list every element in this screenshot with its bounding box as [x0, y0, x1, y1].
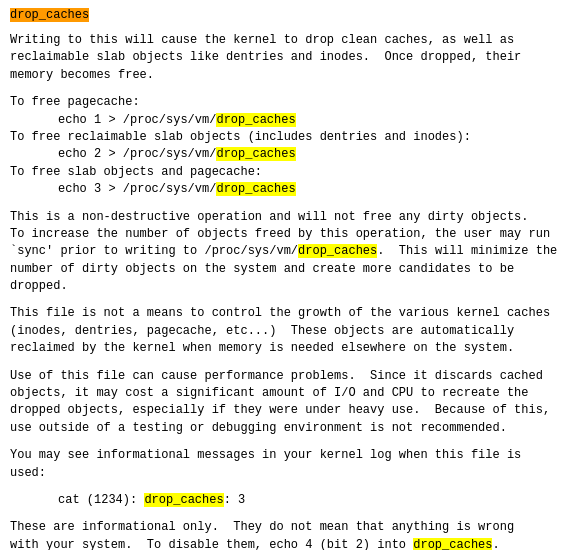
nondestructive-line-1: This is a non-destructive operation and … [10, 209, 565, 226]
highlight-caches-3: drop_caches [216, 182, 295, 196]
highlight-caches-sync: drop_caches [298, 244, 377, 258]
free-pagecache-cmd: echo 1 > /proc/sys/vm/drop_caches [58, 112, 565, 129]
intro-line-1: Writing to this will cause the kernel to… [10, 32, 565, 49]
free-slab-section: To free slab objects and pagecache: echo… [10, 164, 565, 199]
page-title-line: drop_caches [10, 8, 565, 22]
free-reclaimable-section: To free reclaimable slab objects (includ… [10, 129, 565, 164]
nondestructive-line-2: To increase the number of objects freed … [10, 226, 565, 243]
free-slab-cmd: echo 3 > /proc/sys/vm/drop_caches [58, 181, 565, 198]
intro-line-2: reclaimable slab objects like dentries a… [10, 49, 565, 66]
free-reclaimable-label: To free reclaimable slab objects (includ… [10, 129, 565, 146]
performance-line-1: Use of this file can cause performance p… [10, 368, 565, 385]
performance-line-2: objects, it may cost a significant amoun… [10, 385, 565, 402]
intro-line-3: memory becomes free. [10, 67, 565, 84]
nondestructive-paragraph: This is a non-destructive operation and … [10, 209, 565, 296]
not-control-line-3: reclaimed by the kernel when memory is n… [10, 340, 565, 357]
performance-line-4: use outside of a testing or debugging en… [10, 420, 565, 437]
informational-paragraph: You may see informational messages in yo… [10, 447, 565, 482]
not-control-line-2: (inodes, dentries, pagecache, etc...) Th… [10, 323, 565, 340]
performance-line-3: dropped objects, especially if they were… [10, 402, 565, 419]
cat-example: cat (1234): drop_caches: 3 [58, 492, 565, 509]
not-control-paragraph: This file is not a means to control the … [10, 305, 565, 357]
highlight-caches-cat: drop_caches [144, 493, 223, 507]
nondestructive-line-4: number of dirty objects on the system an… [10, 261, 565, 278]
informational-only-line-1: These are informational only. They do no… [10, 519, 565, 536]
intro-paragraph: Writing to this will cause the kernel to… [10, 32, 565, 84]
page-container: drop_caches Writing to this will cause t… [10, 8, 565, 550]
free-pagecache-section: To free pagecache: echo 1 > /proc/sys/vm… [10, 94, 565, 129]
free-slab-label: To free slab objects and pagecache: [10, 164, 565, 181]
informational-only-line-2: with your system. To disable them, echo … [10, 537, 565, 550]
nondestructive-line-5: dropped. [10, 278, 565, 295]
informational-only-paragraph: These are informational only. They do no… [10, 519, 565, 550]
informational-line-1: You may see informational messages in yo… [10, 447, 565, 464]
highlight-caches-last: drop_caches [413, 538, 492, 550]
informational-line-2: used: [10, 465, 565, 482]
nondestructive-line-3: `sync' prior to writing to /proc/sys/vm/… [10, 243, 565, 260]
performance-paragraph: Use of this file can cause performance p… [10, 368, 565, 438]
not-control-line-1: This file is not a means to control the … [10, 305, 565, 322]
free-pagecache-label: To free pagecache: [10, 94, 565, 111]
free-reclaimable-cmd: echo 2 > /proc/sys/vm/drop_caches [58, 146, 565, 163]
highlight-caches-1: drop_caches [216, 113, 295, 127]
page-title: drop_caches [10, 8, 89, 22]
highlight-caches-2: drop_caches [216, 147, 295, 161]
